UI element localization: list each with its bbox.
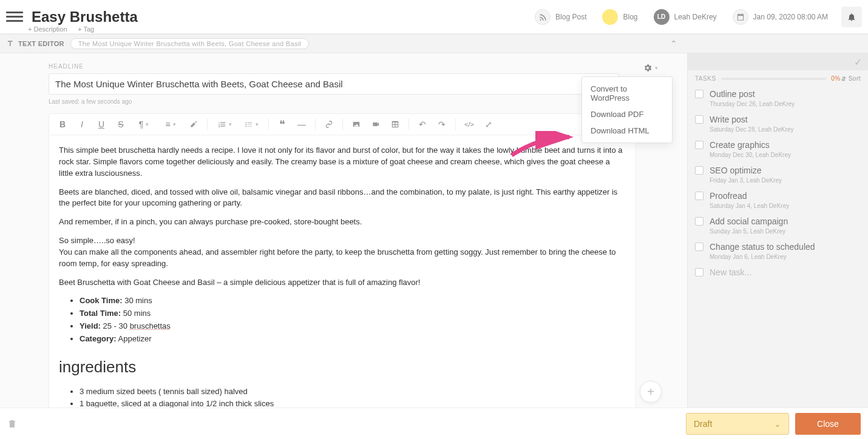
project-chip[interactable]: Blog bbox=[600, 7, 645, 27]
new-task-placeholder[interactable]: New task... bbox=[710, 267, 751, 277]
task-checkbox[interactable] bbox=[695, 141, 704, 149]
code-button[interactable]: </> bbox=[459, 115, 479, 133]
sort-button[interactable]: Sort bbox=[841, 75, 861, 82]
highlight-button[interactable] bbox=[184, 115, 203, 133]
hr-button[interactable]: — bbox=[292, 115, 311, 133]
task-subtext: Monday Dec 30, Leah DeKrey bbox=[710, 152, 861, 158]
video-button[interactable] bbox=[366, 115, 385, 133]
content-type-label: Blog Post bbox=[555, 13, 586, 21]
task-checkbox[interactable] bbox=[695, 90, 704, 98]
list-item: 3 medium sized beets ( tennis ball sized… bbox=[80, 386, 626, 398]
paragraph-button[interactable]: ¶▾ bbox=[131, 115, 157, 133]
task-subtext: Saturday Dec 28, Leah DeKrey bbox=[710, 126, 861, 133]
list-item: Yield: 25 - 30 bruschettas bbox=[80, 321, 626, 332]
menu-icon[interactable] bbox=[6, 8, 23, 25]
add-tag-link[interactable]: + Tag bbox=[78, 25, 94, 33]
project-color-icon bbox=[602, 9, 618, 25]
strike-button[interactable]: S bbox=[111, 115, 131, 133]
add-fab-button[interactable]: + bbox=[640, 381, 662, 403]
task-subtext: Sunday Jan 5, Leah DeKrey bbox=[710, 228, 861, 235]
trash-icon[interactable] bbox=[7, 419, 17, 429]
bold-button[interactable]: B bbox=[53, 115, 72, 133]
list-item: Cook Time: 30 mins bbox=[80, 295, 626, 307]
paragraph: Beets are blanched, diced, and tossed wi… bbox=[59, 187, 626, 210]
unordered-list-button[interactable]: ▾ bbox=[238, 115, 265, 133]
settings-gear-button[interactable]: ▾ bbox=[639, 61, 662, 75]
paragraph: This simple beet bruschetta hardly needs… bbox=[59, 145, 626, 179]
task-checkbox[interactable] bbox=[695, 243, 704, 251]
status-label: Draft bbox=[694, 419, 712, 429]
task-subtext: Saturday Jan 4, Leah DeKrey bbox=[710, 203, 861, 209]
checkmark-icon[interactable]: ✓ bbox=[854, 56, 862, 68]
task-label[interactable]: Create graphics bbox=[710, 140, 770, 150]
tasks-percent-label: 0% bbox=[831, 75, 840, 82]
headline-label: HEADLINE bbox=[49, 63, 666, 70]
list-item: Category: Appetizer bbox=[80, 333, 626, 345]
task-label[interactable]: SEO optimize bbox=[710, 166, 762, 175]
document-pill[interactable]: The Most Unique Winter Bruschetta with B… bbox=[70, 38, 309, 49]
rss-icon bbox=[535, 9, 551, 25]
quote-button[interactable]: ❝ bbox=[273, 115, 292, 133]
add-description-link[interactable]: + Description bbox=[28, 25, 67, 33]
task-label[interactable]: Add social campaign bbox=[710, 216, 788, 226]
task-checkbox[interactable] bbox=[695, 166, 704, 175]
project-label: Blog bbox=[623, 13, 637, 21]
headline-input[interactable] bbox=[49, 73, 619, 95]
ingredients-heading: ingredients bbox=[59, 356, 626, 379]
expand-button[interactable]: ⤢ bbox=[479, 115, 498, 133]
task-subtext: Thursday Dec 26, Leah DeKrey bbox=[710, 101, 861, 107]
task-checkbox[interactable] bbox=[695, 115, 704, 124]
sort-icon bbox=[841, 76, 847, 82]
task-subtext: Friday Jan 3, Leah DeKrey bbox=[710, 177, 861, 184]
list-item: 1 baguette, sliced at a diagonal into 1/… bbox=[80, 398, 626, 407]
table-button[interactable] bbox=[385, 115, 405, 133]
download-pdf-item[interactable]: Download PDF bbox=[582, 106, 672, 122]
text-editor-label: TEXT EDITOR bbox=[6, 39, 64, 48]
calendar-icon bbox=[733, 9, 748, 25]
gear-icon bbox=[643, 63, 653, 73]
task-checkbox[interactable] bbox=[695, 192, 704, 200]
list-item: Total Time: 50 mins bbox=[80, 308, 626, 320]
new-task-checkbox[interactable] bbox=[695, 268, 704, 276]
chevron-down-icon: ⌄ bbox=[774, 419, 781, 429]
convert-wordpress-item[interactable]: Convert to WordPress bbox=[582, 81, 672, 106]
undo-button[interactable]: ↶ bbox=[413, 115, 432, 133]
paragraph: So simple…..so easy!You can make all the… bbox=[59, 235, 626, 270]
editor-content[interactable]: This simple beet bruschetta hardly needs… bbox=[49, 135, 636, 407]
task-label[interactable]: Change status to scheduled bbox=[710, 242, 815, 252]
bell-icon[interactable] bbox=[841, 7, 862, 27]
align-button[interactable]: ≡▾ bbox=[157, 115, 184, 133]
avatar: LD bbox=[654, 9, 670, 25]
paragraph: Beet Bruschetta with Goat Cheese and Bas… bbox=[59, 277, 626, 289]
image-button[interactable] bbox=[347, 115, 366, 133]
task-label[interactable]: Outline post bbox=[710, 89, 755, 99]
author-chip[interactable]: LD Leah DeKrey bbox=[651, 7, 724, 27]
paragraph: And remember, if in a pinch, you can alw… bbox=[59, 216, 626, 228]
download-html-item[interactable]: Download HTML bbox=[582, 122, 672, 139]
ordered-list-button[interactable]: ▾ bbox=[211, 115, 238, 133]
author-name-label: Leah DeKrey bbox=[674, 13, 717, 21]
tasks-label: TASKS bbox=[695, 75, 716, 82]
page-title: Easy Brushetta bbox=[32, 8, 138, 25]
collapse-chevron-icon[interactable]: ⌃ bbox=[666, 39, 681, 49]
underline-button[interactable]: U bbox=[92, 115, 111, 133]
task-subtext: Monday Jan 6, Leah DeKrey bbox=[710, 253, 861, 260]
text-icon bbox=[6, 39, 15, 48]
schedule-date-label: Jan 09, 2020 08:00 AM bbox=[753, 13, 828, 21]
link-button[interactable] bbox=[319, 115, 339, 133]
task-checkbox[interactable] bbox=[695, 217, 704, 226]
close-button[interactable]: Close bbox=[795, 413, 861, 435]
settings-dropdown: Convert to WordPress Download PDF Downlo… bbox=[581, 76, 673, 143]
content-type-chip[interactable]: Blog Post bbox=[532, 7, 594, 27]
redo-button[interactable]: ↷ bbox=[432, 115, 452, 133]
last-saved-label: Last saved: a few seconds ago bbox=[49, 98, 666, 105]
task-label[interactable]: Write post bbox=[710, 115, 748, 124]
status-dropdown[interactable]: Draft ⌄ bbox=[686, 413, 789, 435]
schedule-chip[interactable]: Jan 09, 2020 08:00 AM bbox=[730, 7, 835, 27]
italic-button[interactable]: I bbox=[72, 115, 92, 133]
editor-toolbar: B I U S ¶▾ ≡▾ ▾ ▾ ❝ — bbox=[49, 113, 636, 135]
tasks-progress-bar bbox=[721, 78, 827, 80]
task-label[interactable]: Proofread bbox=[710, 191, 747, 201]
